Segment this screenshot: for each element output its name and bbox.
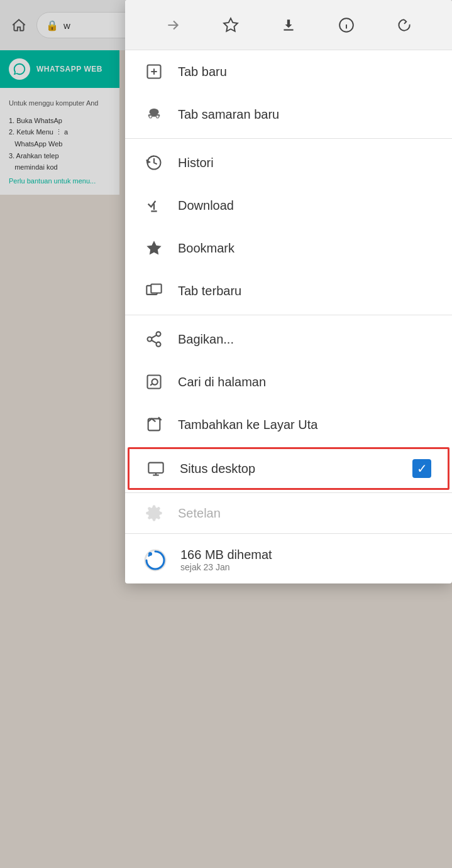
svg-point-20 [148,337,152,342]
desktop-site-item[interactable]: Situs desktop ✓ [128,447,449,490]
settings-item-partial[interactable]: Setelan [125,496,452,531]
savings-icon [144,549,167,572]
settings-label: Setelan [178,506,433,521]
divider-2 [125,315,452,315]
svg-rect-18 [151,285,161,293]
svg-point-33 [145,550,165,570]
desktop-site-label: Situs desktop [180,462,399,476]
share-item[interactable]: Bagikan... [125,318,452,361]
recent-tabs-icon [144,281,164,301]
divider-4 [125,533,452,534]
savings-item[interactable]: 166 MB dihemat sejak 23 Jan [125,536,452,583]
savings-text: 166 MB dihemat sejak 23 Jan [180,548,272,572]
refresh-button[interactable] [392,13,417,38]
find-in-page-item[interactable]: Cari di halaman [125,361,452,403]
download-item[interactable]: Download [125,184,452,227]
svg-line-22 [152,340,157,344]
menu-toolbar [125,0,452,50]
find-label: Cari di halaman [178,375,433,389]
savings-amount: 166 MB dihemat [180,548,272,562]
savings-date: sejak 23 Jan [180,562,272,572]
svg-marker-16 [146,241,161,254]
history-icon [144,153,164,173]
bookmark-label: Bookmark [178,241,433,256]
new-tab-item[interactable]: Tab baru [125,50,452,93]
download-toolbar-button[interactable] [276,13,301,38]
svg-line-26 [150,384,152,386]
new-tab-label: Tab baru [178,65,433,79]
share-label: Bagikan... [178,332,433,347]
divider-1 [125,138,452,139]
add-home-label: Tambahkan ke Layar Uta [178,418,433,432]
svg-line-23 [152,335,157,339]
incognito-tab-item[interactable]: Tab samaran baru [125,93,452,136]
bookmark-star-button[interactable] [218,13,243,38]
desktop-site-checkbox[interactable]: ✓ [412,459,431,478]
incognito-tab-label: Tab samaran baru [178,107,433,122]
divider-3 [125,492,452,493]
info-button[interactable] [334,13,359,38]
svg-point-19 [157,332,161,336]
new-tab-icon [144,62,164,82]
bookmark-item[interactable]: Bookmark [125,227,452,269]
find-icon [144,372,164,392]
recent-tabs-label: Tab terbaru [178,284,433,298]
svg-point-25 [152,379,158,384]
svg-rect-24 [148,376,161,389]
desktop-site-icon [146,458,166,479]
download-label: Download [178,198,433,213]
add-home-screen-item[interactable]: Tambahkan ke Layar Uta [125,403,452,446]
svg-point-21 [157,342,161,347]
dropdown-menu: Tab baru Tab samaran baru [125,0,452,583]
add-home-icon [144,415,164,435]
svg-point-11 [150,116,152,117]
incognito-icon [144,104,164,124]
history-label: Histori [178,156,433,170]
share-icon [144,329,164,349]
download-check-icon [144,195,164,215]
svg-marker-0 [224,18,238,31]
forward-button[interactable] [160,13,185,38]
history-item[interactable]: Histori [125,141,452,184]
settings-icon [144,503,164,523]
svg-rect-30 [148,463,163,473]
recent-tabs-item[interactable]: Tab terbaru [125,269,452,312]
bookmark-star-icon [144,238,164,258]
svg-point-12 [157,116,158,117]
